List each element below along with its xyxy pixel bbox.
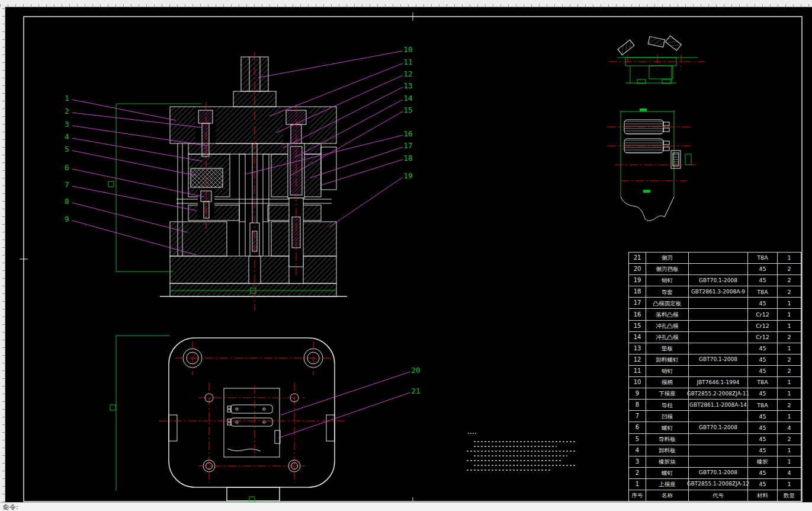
bom-cell: T8A <box>747 400 777 410</box>
bom-row[interactable]: 8导柱GBT2861.1-2008A-14T8A2 <box>629 399 801 410</box>
bom-row[interactable]: 14冲孔凸模Cr122 <box>629 331 801 343</box>
bom-cell: 4 <box>777 422 801 433</box>
callout-number-7[interactable]: 7 <box>65 180 69 189</box>
callout-number-16[interactable]: 16 <box>403 129 413 138</box>
leader-line-12 <box>276 75 403 133</box>
bom-cell: 18 <box>629 286 646 297</box>
bom-row[interactable]: 9下模座GBT2855.2-2008ZJA-11451 <box>629 388 801 399</box>
vertical-ruler[interactable] <box>0 7 5 502</box>
strip-layout-view[interactable] <box>608 108 696 221</box>
bom-row[interactable]: 13垫板451 <box>629 343 801 354</box>
callout-number-17[interactable]: 17 <box>403 141 413 150</box>
bom-row[interactable]: 16落料凸模Cr121 <box>629 308 801 320</box>
status-bar[interactable]: 命令: <box>0 502 812 511</box>
bom-cell: 1 <box>777 343 801 354</box>
technical-notes-block <box>467 433 576 470</box>
bom-row[interactable]: 7凹模451 <box>629 410 801 421</box>
bom-cell: 凹模 <box>646 411 688 421</box>
bom-cell: 代号 <box>688 490 747 501</box>
bom-cell: 冲孔凸模 <box>646 332 688 343</box>
callout-number-11[interactable]: 11 <box>403 58 413 66</box>
bom-cell: 7 <box>629 411 646 421</box>
bom-row[interactable]: 11销钉452 <box>629 365 801 376</box>
bom-cell <box>688 343 747 354</box>
bom-cell: GBT2855.1-2008ZJA-12 <box>688 479 747 490</box>
callout-number-21[interactable]: 21 <box>411 387 421 395</box>
bom-cell: 5 <box>629 434 646 445</box>
bom-row[interactable]: 17凸模固定板451 <box>629 297 801 308</box>
plan-view[interactable] <box>110 336 347 502</box>
bom-cell: 上模座 <box>646 479 688 490</box>
callout-number-15[interactable]: 15 <box>403 106 413 114</box>
bom-cell: 45 <box>747 479 777 490</box>
bom-header-row[interactable]: 序号名称代号材料数量 <box>629 490 801 501</box>
bom-row[interactable]: 5导料板452 <box>629 433 801 445</box>
bom-cell: Cr12 <box>747 321 777 331</box>
bom-cell: 20 <box>629 264 646 274</box>
callout-number-4[interactable]: 4 <box>65 132 69 141</box>
bom-cell: 1 <box>777 298 801 308</box>
bom-cell: 数量 <box>777 490 801 501</box>
callout-number-13[interactable]: 13 <box>403 81 413 90</box>
callout-number-3[interactable]: 3 <box>65 120 69 129</box>
bom-cell: 下模座 <box>646 388 688 399</box>
bom-cell: 橡胶块 <box>646 456 688 467</box>
bom-row[interactable]: 4卸料板451 <box>629 445 801 456</box>
bom-cell: 卸料螺钉 <box>646 354 688 365</box>
bom-row[interactable]: 21侧刃T8A1 <box>629 253 801 263</box>
bom-cell: 2 <box>777 332 801 343</box>
bom-cell: 12 <box>629 354 646 365</box>
callout-number-9[interactable]: 9 <box>65 215 69 223</box>
bom-cell: 橡胶 <box>747 456 777 467</box>
bom-cell: Cr12 <box>747 309 777 320</box>
callout-number-10[interactable]: 10 <box>403 45 413 54</box>
bom-cell: GBT70.1-2008 <box>688 354 747 365</box>
bom-cell <box>688 309 747 320</box>
leader-line-20 <box>281 372 410 415</box>
bom-cell: 9 <box>629 388 646 399</box>
bom-cell: 卸料板 <box>646 445 688 456</box>
bom-cell: 3 <box>629 456 646 467</box>
bom-cell: GBT70.1-2008 <box>688 422 747 433</box>
leader-line-19 <box>329 177 403 227</box>
callout-number-12[interactable]: 12 <box>403 69 413 78</box>
callout-number-5[interactable]: 5 <box>65 145 69 154</box>
detail-view-side-cutter[interactable] <box>609 36 705 84</box>
bom-row[interactable]: 12卸料螺钉GBT70.1-2008452 <box>629 354 801 365</box>
callout-number-18[interactable]: 18 <box>403 154 413 162</box>
bom-cell: 11 <box>629 366 646 376</box>
bom-cell: 13 <box>629 343 646 354</box>
bom-row[interactable]: 15冲孔凸模Cr121 <box>629 320 801 331</box>
bom-cell: T8A <box>747 377 777 388</box>
leader-line-17 <box>310 147 403 178</box>
bom-row[interactable]: 10模柄JBT7646.1-1994T8A1 <box>629 376 801 388</box>
callout-number-14[interactable]: 14 <box>403 94 413 103</box>
cad-window: 123456789101112131415161718192021 21侧刃T8… <box>0 0 812 511</box>
bom-cell: 2 <box>777 366 801 376</box>
callout-number-20[interactable]: 20 <box>411 366 421 375</box>
bom-row[interactable]: 19销钉GBT70.1-2008452 <box>629 274 801 286</box>
bom-row[interactable]: 2螺钉GBT70.1-2008454 <box>629 467 801 478</box>
bom-cell: 1 <box>777 388 801 399</box>
callout-number-6[interactable]: 6 <box>65 163 69 172</box>
bom-cell: 45 <box>747 422 777 433</box>
bom-cell: 45 <box>747 445 777 456</box>
bom-row[interactable]: 1上模座GBT2855.1-2008ZJA-12451 <box>629 478 801 490</box>
callout-number-19[interactable]: 19 <box>403 171 413 180</box>
callout-number-2[interactable]: 2 <box>65 107 69 116</box>
bom-cell: 45 <box>747 298 777 308</box>
bom-cell: 15 <box>629 321 646 331</box>
bom-cell: GBT2855.2-2008ZJA-11 <box>688 388 747 399</box>
callout-number-8[interactable]: 8 <box>65 197 69 206</box>
bom-cell: 侧刃挡板 <box>646 264 688 274</box>
horizontal-ruler[interactable] <box>0 0 812 7</box>
callout-number-1[interactable]: 1 <box>65 94 69 103</box>
bom-row[interactable]: 6螺钉GBT70.1-2008454 <box>629 421 801 433</box>
bom-row[interactable]: 18导套GBT2861.3-2008A-9T8A2 <box>629 286 801 297</box>
main-assembly-section-view[interactable] <box>108 52 347 311</box>
bom-cell: GBT2861.3-2008A-9 <box>688 286 747 297</box>
command-prompt[interactable]: 命令: <box>3 503 18 511</box>
bom-row[interactable]: 20侧刃挡板452 <box>629 263 801 274</box>
bom-cell: 导料板 <box>646 434 688 445</box>
bom-row[interactable]: 3橡胶块橡胶1 <box>629 456 801 467</box>
